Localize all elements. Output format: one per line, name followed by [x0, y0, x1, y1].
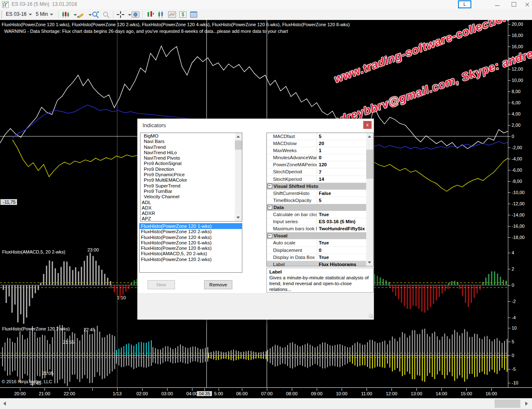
indicator-list-item[interactable]: ADX: [140, 205, 235, 211]
indicator-list-item[interactable]: NaviTrend HiLo: [140, 150, 235, 155]
data-grid-icon[interactable]: [190, 11, 198, 18]
property-value[interactable]: Flux Histograms: [317, 261, 366, 266]
property-row[interactable]: Calculate on bar closTrue: [267, 211, 366, 218]
scroll-up-icon[interactable]: [368, 136, 371, 138]
scroll-right-icon[interactable]: [525, 402, 528, 406]
indicator-list-item[interactable]: BigMO: [140, 133, 235, 139]
property-value[interactable]: True: [317, 254, 366, 261]
grid-scrollbar[interactable]: [366, 133, 373, 266]
market-analyzer-icon[interactable]: [146, 11, 155, 18]
collapse-icon[interactable]: [268, 205, 272, 209]
indicator-list-item[interactable]: Pro9 Direction: [140, 167, 235, 172]
indicator-list-item[interactable]: Pro9 SuperTrend: [140, 183, 235, 189]
dialog-close-button[interactable]: x: [363, 121, 372, 129]
property-row[interactable]: Display in Data BoxTrue: [267, 254, 366, 261]
property-row[interactable]: MinutesAdvanceWar0: [267, 154, 366, 161]
chevron-down-icon[interactable]: [128, 14, 131, 16]
zoom-out-icon[interactable]: [102, 11, 111, 18]
property-row[interactable]: MACDfast5: [267, 133, 366, 140]
property-value[interactable]: 5: [317, 133, 366, 140]
property-row[interactable]: TimeBlockOpacity5: [267, 197, 366, 204]
property-row[interactable]: Displacement0: [267, 247, 366, 254]
property-value[interactable]: 7: [317, 169, 366, 175]
property-section-header[interactable]: Visual: [267, 232, 366, 239]
property-row[interactable]: PowerZoneMAPerioc120: [267, 161, 366, 168]
instrument-selector[interactable]: ES 03-16: [6, 11, 32, 17]
property-row[interactable]: StochKperiod14: [267, 176, 366, 183]
zoom-in-icon[interactable]: [91, 11, 100, 18]
indicator-list-item[interactable]: Pro9 DynamicPrice: [140, 172, 235, 177]
selected-indicators-list[interactable]: FluxHisto(PowerZone 120 1-wks)FluxHisto(…: [139, 223, 242, 273]
chart-icon[interactable]: [157, 11, 165, 18]
indicator-list-item[interactable]: Pro9 ActionSignal: [140, 161, 235, 166]
selected-indicator-item[interactable]: FluxHisto(PowerZone 120 2-wks): [140, 257, 242, 262]
link-button[interactable]: L: [458, 0, 471, 8]
property-value[interactable]: TwoHundredFiftySix: [317, 225, 366, 232]
snapshot-icon[interactable]: [131, 11, 140, 18]
property-section-header[interactable]: Visual Shifted Histo: [267, 183, 366, 190]
scroll-left-icon[interactable]: [3, 402, 6, 406]
property-value[interactable]: 1: [317, 147, 366, 154]
property-value[interactable]: True: [317, 239, 366, 246]
property-value[interactable]: 14: [317, 176, 366, 182]
property-value[interactable]: True: [317, 211, 366, 218]
indicator-list-item[interactable]: APZ: [140, 216, 235, 222]
scroll-down-icon[interactable]: [368, 261, 371, 264]
property-row[interactable]: LabelFlux Histograms: [267, 261, 366, 266]
chart-region-icon[interactable]: [168, 11, 176, 18]
selected-indicator-item[interactable]: FluxHisto(PowerZone 120 2-wks): [140, 229, 242, 234]
scrollbar-thumb[interactable]: [235, 140, 242, 150]
property-value[interactable]: 5: [317, 197, 366, 204]
property-row[interactable]: Input seriesES 03-16 (5 Min): [267, 218, 366, 225]
minimize-button[interactable]: [490, 0, 504, 9]
new-button[interactable]: New: [148, 280, 175, 289]
selected-indicator-item[interactable]: FluxHisto(AMACD,5, 20 2-wks): [140, 251, 242, 256]
indicator-list-item[interactable]: Pro9 TurnBar: [140, 189, 235, 194]
property-row[interactable]: ShiftCurrentHistoFalse: [267, 190, 366, 197]
toolbar-grip[interactable]: [1, 11, 3, 18]
property-section-header[interactable]: Data: [267, 204, 366, 211]
indicator-list-item[interactable]: Pro9 MultiEMAColor: [140, 177, 235, 183]
remove-button[interactable]: Remove: [204, 280, 232, 289]
collapse-icon[interactable]: [268, 234, 272, 238]
selected-indicator-item[interactable]: FluxHisto(PowerZone 120 1-wks): [140, 224, 242, 229]
restore-button[interactable]: [507, 0, 520, 9]
chart-style-icon[interactable]: [62, 11, 70, 18]
indicator-list-item[interactable]: NaviTrend Pivots: [140, 155, 235, 161]
property-row[interactable]: Auto scaleTrue: [267, 239, 366, 246]
price-axis[interactable]: 20,0018,0016,0014,0012,0010,008,006,004,…: [508, 20, 532, 387]
list-scrollbar[interactable]: [235, 133, 242, 221]
close-window-button[interactable]: [520, 0, 532, 9]
crosshair-icon[interactable]: [116, 11, 125, 18]
interval-selector[interactable]: 5 Min: [36, 11, 53, 17]
scrollbar-thumb[interactable]: [366, 150, 373, 179]
property-row[interactable]: Maximum bars look lTwoHundredFiftySix: [267, 225, 366, 232]
indicator-list-item[interactable]: Velocity Channel: [140, 194, 235, 200]
property-row[interactable]: MACDslow20: [267, 140, 366, 147]
indicator-list-item[interactable]: NaviTrend: [140, 145, 235, 150]
selected-indicator-item[interactable]: FluxHisto(PowerZone 120 8-wks): [140, 246, 242, 251]
scroll-down-icon[interactable]: [236, 217, 240, 219]
selected-indicator-item[interactable]: FluxHisto(PowerZone 120 4-wks): [140, 235, 242, 240]
property-value[interactable]: 0: [317, 247, 366, 254]
property-value[interactable]: False: [317, 190, 366, 197]
property-value[interactable]: 120: [317, 161, 366, 168]
indicator-list-item[interactable]: ADXR: [140, 211, 235, 216]
resize-grip[interactable]: [369, 314, 373, 318]
property-value[interactable]: 0: [317, 154, 366, 161]
scrollbar-thumb[interactable]: [495, 399, 520, 408]
pencil-icon[interactable]: [76, 11, 85, 18]
collapse-icon[interactable]: [268, 184, 272, 188]
selected-indicator-item[interactable]: FluxHisto(PowerZone 120 6-wks): [140, 240, 242, 246]
property-value[interactable]: 20: [317, 140, 366, 147]
account-dollar-icon[interactable]: $: [179, 11, 187, 18]
scroll-up-icon[interactable]: [236, 136, 240, 138]
available-indicators-list[interactable]: BigMONavi BarsNaviTrendNaviTrend HiLoNav…: [140, 133, 242, 222]
property-value[interactable]: ES 03-16 (5 Min): [317, 218, 366, 225]
horizontal-scrollbar[interactable]: [0, 398, 532, 409]
property-row[interactable]: StochDperiod7: [267, 168, 366, 175]
indicator-list-item[interactable]: ADL: [140, 200, 235, 205]
dialog-title-bar[interactable]: Indicators x: [138, 119, 374, 131]
time-axis[interactable]: 20:0021:0022:001/1302:0003:0004:0004:355…: [0, 387, 532, 398]
indicator-list-item[interactable]: Navi Bars: [140, 139, 235, 144]
